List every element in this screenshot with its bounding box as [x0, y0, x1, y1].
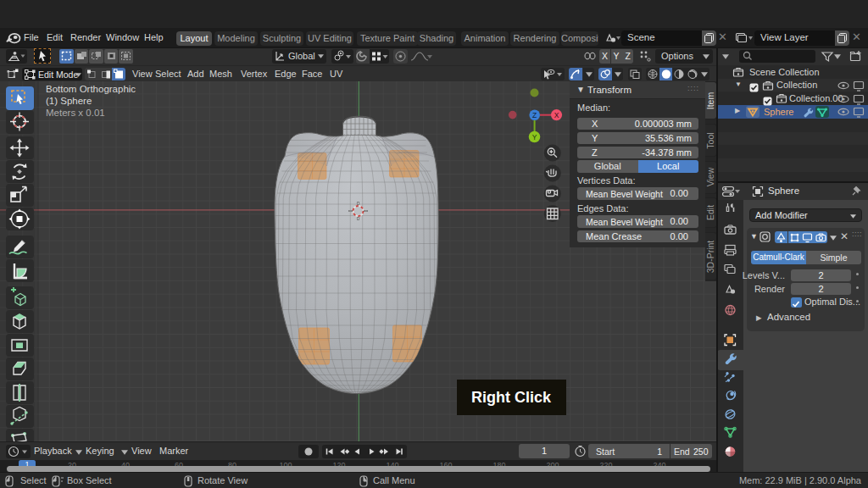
- svg-text:X: X: [554, 111, 559, 119]
- svg-text:Z: Z: [532, 111, 537, 119]
- svg-text:Y: Y: [532, 133, 537, 141]
